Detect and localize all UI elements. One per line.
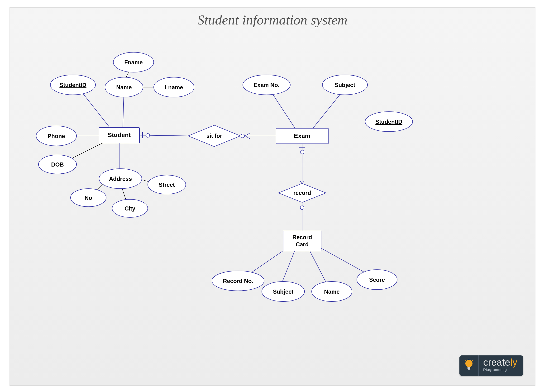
lightbulb-icon [459, 355, 479, 376]
attr-student-name: Name [105, 77, 143, 97]
attr-student-fname-label: Fname [124, 59, 142, 65]
attr-rc-subject-label: Subject [273, 288, 294, 295]
attr-student-address-street-label: Street [159, 182, 175, 188]
attr-student-studentid: StudentID [50, 75, 95, 95]
attr-rc-score-label: Score [369, 277, 385, 283]
entity-record-card-label-1: Record [292, 234, 312, 240]
attr-exam-examno-label: Exam No. [254, 82, 279, 88]
attr-student-dob-label: DOB [51, 161, 64, 168]
svg-point-22 [465, 360, 473, 367]
attr-rc-recordno-label: Record No. [223, 278, 253, 284]
crow-exam-left-circle [241, 134, 245, 138]
entity-exam-label: Exam [294, 132, 310, 139]
attr-student-address: Address [99, 169, 142, 189]
attr-student-dob: DOB [38, 155, 77, 174]
logo-tagline: Diagramming [483, 368, 517, 372]
page: Student information system [0, 0, 544, 392]
diagram-canvas: Student information system [10, 7, 535, 386]
attr-student-address-no: No [71, 189, 106, 207]
er-diagram: Student Exam Record Card sit for record [10, 8, 535, 385]
entity-record-card: Record Card [283, 231, 321, 251]
attr-rc-name-label: Name [324, 288, 339, 295]
relationship-record-label: record [293, 190, 311, 196]
logo-name-left: create [483, 357, 510, 368]
attr-student-lname-label: Lname [165, 84, 183, 90]
line-address-city [122, 187, 126, 201]
crow-recordcard-top-circle [300, 206, 304, 209]
line-studentid-student [79, 88, 114, 134]
attr-exam-studentid: StudentID [365, 112, 413, 132]
attr-student-address-no-label: No [85, 195, 92, 201]
attr-exam-studentid-label: StudentID [375, 119, 402, 125]
svg-rect-23 [467, 367, 470, 369]
attr-student-address-city-label: City [124, 205, 136, 212]
logo-brand: creately Diagramming [479, 355, 523, 376]
attr-student-address-city: City [112, 199, 148, 217]
relationship-sit-for: sit for [188, 125, 240, 147]
attr-rc-score: Score [357, 270, 397, 290]
attr-student-fname: Fname [113, 52, 154, 72]
attr-student-phone: Phone [36, 126, 77, 146]
entity-record-card-label-2: Card [296, 241, 309, 248]
crow-exam-bottom-circle [300, 150, 304, 154]
relationship-sit-for-label: sit for [207, 133, 222, 139]
logo-name-right: ly [510, 357, 517, 368]
entity-student: Student [99, 128, 139, 143]
attr-rc-subject: Subject [262, 282, 305, 302]
line-rc-subject [281, 250, 295, 285]
attr-exam-subject-label: Subject [335, 82, 355, 88]
attr-student-phone-label: Phone [47, 133, 65, 139]
crow-student-circle [146, 134, 150, 137]
logo-name: creately [483, 357, 517, 367]
attr-student-address-street: Street [148, 175, 186, 194]
crow-exam-left-foot [245, 133, 250, 139]
attr-rc-recordno: Record No. [212, 271, 264, 291]
attr-student-address-label: Address [109, 176, 132, 182]
attr-exam-examno: Exam No. [243, 75, 290, 95]
attr-student-lname: Lname [154, 77, 194, 97]
attr-rc-name: Name [312, 282, 352, 302]
creately-logo: creately Diagramming [459, 355, 523, 376]
line-rc-name [309, 250, 328, 287]
attr-student-name-label: Name [116, 84, 132, 90]
entity-exam: Exam [276, 128, 328, 144]
attr-exam-subject: Subject [322, 75, 367, 95]
relationship-record: record [278, 184, 326, 202]
entity-student-label: Student [108, 131, 131, 138]
attr-student-studentid-label: StudentID [59, 82, 86, 88]
svg-rect-24 [468, 369, 470, 370]
